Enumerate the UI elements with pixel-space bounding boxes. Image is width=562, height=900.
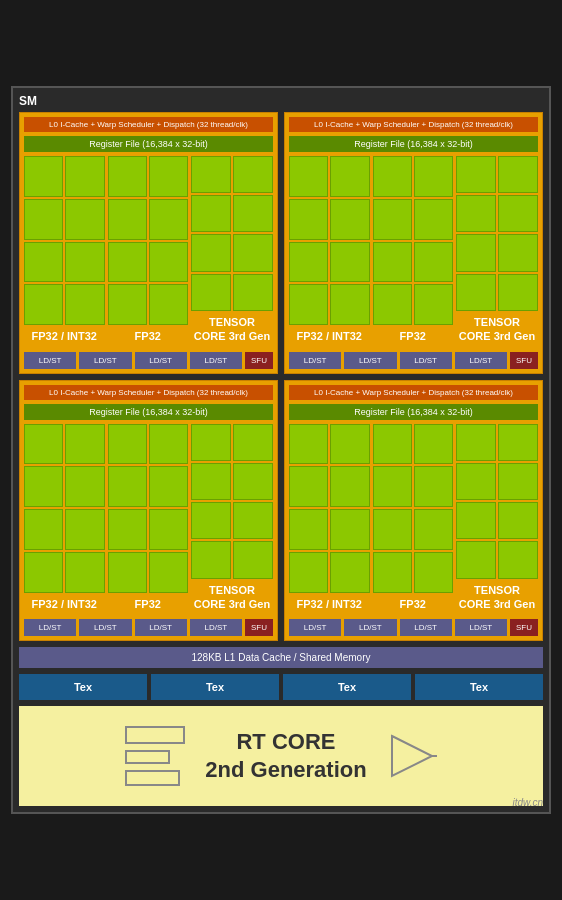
ldst-cell: LD/ST	[24, 619, 76, 636]
fp-cell	[414, 552, 453, 593]
fp-cell	[330, 199, 369, 240]
rt-rect-decoration-1	[125, 726, 185, 744]
fp32-label-2b: FP32	[373, 325, 454, 347]
fp32-col-4a: FP32 / INT32	[289, 424, 370, 616]
tensor-cell	[233, 502, 273, 539]
ldst-row-1: LD/ST LD/ST LD/ST LD/ST SFU	[24, 352, 273, 369]
fp-cell	[414, 466, 453, 507]
fp32-cells-4b	[373, 424, 454, 593]
tensor-cell	[456, 274, 496, 311]
tensor-cell	[191, 424, 231, 461]
ldst-cell: LD/ST	[190, 619, 242, 636]
fp-cell	[414, 284, 453, 325]
fp32-cells-2a	[289, 156, 370, 325]
ldst-cell: LD/ST	[289, 352, 341, 369]
ldst-cell: LD/ST	[135, 619, 187, 636]
fp32-label-3b: FP32	[108, 593, 189, 615]
fp-cell	[373, 424, 412, 465]
fp-cell	[289, 242, 328, 283]
fp32-cells-4a	[289, 424, 370, 593]
fp-cell	[289, 199, 328, 240]
tensor-cells-1	[191, 156, 273, 311]
tensor-cell	[456, 234, 496, 271]
fp-cell	[414, 424, 453, 465]
fp-cell	[289, 424, 328, 465]
rt-shapes-decoration	[125, 726, 185, 786]
fp-cell	[149, 156, 188, 197]
fp-cell	[24, 466, 63, 507]
compute-section-2: FP32 / INT32 FP32	[289, 156, 538, 348]
fp-cell	[289, 284, 328, 325]
fp-cell	[149, 242, 188, 283]
fp-cell	[108, 552, 147, 593]
rt-core-line2: 2nd Generation	[205, 757, 366, 782]
fp32-label-3a: FP32 / INT32	[24, 593, 105, 615]
tensor-cell	[233, 156, 273, 193]
ldst-cell: LD/ST	[400, 619, 452, 636]
tensor-col-1: TENSOR CORE 3rd Gen	[191, 156, 273, 348]
fp-cell	[65, 466, 104, 507]
fp-cell	[414, 509, 453, 550]
tensor-cell	[233, 541, 273, 578]
fp-cell	[65, 199, 104, 240]
fp32-cells-2b	[373, 156, 454, 325]
ldst-cell: LD/ST	[455, 352, 507, 369]
fp-cell	[149, 466, 188, 507]
fp32-label-1b: FP32	[108, 325, 189, 347]
tensor-cell	[233, 195, 273, 232]
tensor-cell	[456, 541, 496, 578]
fp32-col-3b: FP32	[108, 424, 189, 616]
l0-cache-bar-4: L0 I-Cache + Warp Scheduler + Dispatch (…	[289, 385, 538, 400]
fp-cell	[24, 156, 63, 197]
tensor-cell	[456, 463, 496, 500]
fp-cell	[65, 424, 104, 465]
ldst-row-4: LD/ST LD/ST LD/ST LD/ST SFU	[289, 619, 538, 636]
tensor-cell	[456, 195, 496, 232]
rt-core-text: RT CORE 2nd Generation	[205, 728, 366, 785]
fp-cell	[330, 284, 369, 325]
fp-cell	[108, 156, 147, 197]
tensor-cell	[498, 234, 538, 271]
compute-section-3: FP32 / INT32 FP32	[24, 424, 273, 616]
tensor-cell	[233, 424, 273, 461]
tensor-col-3: TENSOR CORE 3rd Gen	[191, 424, 273, 616]
fp32-cells-3a	[24, 424, 105, 593]
ldst-cell: LD/ST	[455, 619, 507, 636]
l0-cache-bar-3: L0 I-Cache + Warp Scheduler + Dispatch (…	[24, 385, 273, 400]
fp-cell	[373, 466, 412, 507]
rt-rect-decoration-2	[125, 750, 170, 764]
fp-cell	[108, 466, 147, 507]
fp-cell	[108, 242, 147, 283]
fp-cell	[108, 199, 147, 240]
tensor-cell	[191, 502, 231, 539]
ldst-row-3: LD/ST LD/ST LD/ST LD/ST SFU	[24, 619, 273, 636]
fp-cell	[289, 156, 328, 197]
watermark: itdw.cn	[512, 797, 543, 808]
fp-cell	[330, 466, 369, 507]
fp-cell	[373, 199, 412, 240]
tensor-cell	[191, 195, 231, 232]
ldst-cell: LD/ST	[344, 352, 396, 369]
tensor-cell	[191, 463, 231, 500]
fp-cell	[65, 509, 104, 550]
tensor-cell	[456, 156, 496, 193]
tex-cell-3: Tex	[283, 674, 411, 700]
fp-cell	[330, 242, 369, 283]
sfu-cell-4: SFU	[510, 619, 538, 636]
rt-triangle-decoration	[387, 731, 437, 781]
fp-cell	[149, 552, 188, 593]
ldst-cell: LD/ST	[190, 352, 242, 369]
fp32-col-3a: FP32 / INT32	[24, 424, 105, 616]
fp-cell	[108, 284, 147, 325]
fp-cell	[65, 284, 104, 325]
tensor-label-2: TENSOR CORE 3rd Gen	[456, 311, 538, 348]
fp-cell	[24, 199, 63, 240]
tensor-cell	[191, 234, 231, 271]
register-file-bar-1: Register File (16,384 x 32-bit)	[24, 136, 273, 152]
fp-cell	[108, 424, 147, 465]
tensor-label-1: TENSOR CORE 3rd Gen	[191, 311, 273, 348]
fp-cell	[65, 156, 104, 197]
fp32-label-4b: FP32	[373, 593, 454, 615]
register-file-bar-2: Register File (16,384 x 32-bit)	[289, 136, 538, 152]
fp-cell	[373, 284, 412, 325]
